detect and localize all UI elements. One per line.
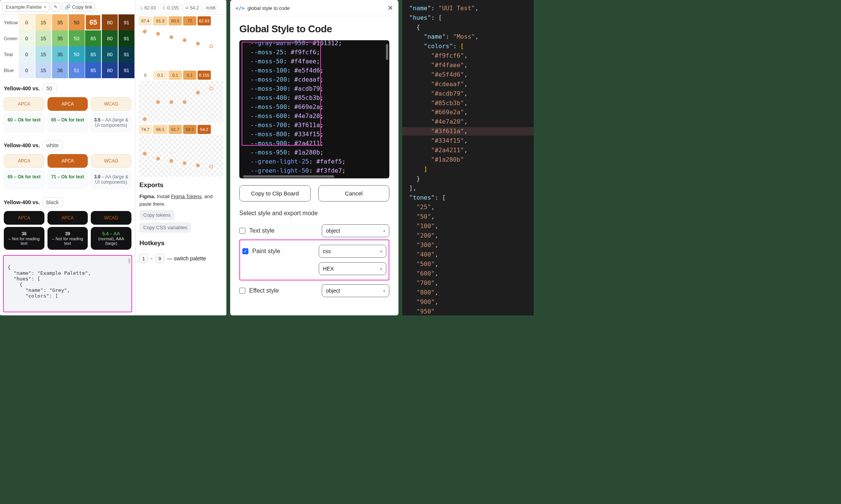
css-output[interactable]: --gray-warm-950: #101312; --moss-25: #f9… <box>239 40 389 178</box>
compare-against: 50 <box>42 83 57 93</box>
vscroll-thumb[interactable] <box>386 44 388 60</box>
cancel-button[interactable]: Cancel <box>318 185 390 202</box>
css-line: --moss-400: #85cb3b; <box>243 93 386 102</box>
css-line: --moss-300: #acdb79; <box>243 84 386 93</box>
contrast-block: Yellow-400 vs. blackAPCAAPCAWCAG36 – Not… <box>0 192 135 253</box>
swatch-cell[interactable]: 50 <box>69 14 85 30</box>
swatch-row: Yellow0153550658091 <box>0 14 135 30</box>
text-style-label: Text style <box>249 227 275 234</box>
chevron-down-icon: ▾ <box>44 5 46 9</box>
swatch-cell[interactable]: 35 <box>52 46 68 62</box>
swatch-cell[interactable]: 91 <box>119 46 134 62</box>
metric-tab[interactable]: APCA <box>4 211 44 225</box>
paint-style-color-select[interactable]: HEX▾ <box>319 262 386 275</box>
chart-value-strip: 74.766.161.758.254.2 <box>136 123 226 134</box>
swatch-cell[interactable]: 50 <box>69 46 85 62</box>
metric-tab[interactable]: APCA <box>47 97 88 111</box>
swatch-cell[interactable]: 0 <box>19 62 35 78</box>
swatch-table: Yellow0153550658091Green0153550658091Tea… <box>0 14 135 78</box>
swatch-cell[interactable]: 65 <box>85 62 101 78</box>
metric-tab[interactable]: APCA <box>4 154 44 168</box>
paint-style-checkbox[interactable]: ✓ <box>242 248 248 254</box>
hue-label: Green <box>0 30 19 46</box>
swatch-cell[interactable]: 91 <box>119 62 134 78</box>
json-preview[interactable]: { "name": "Example Palette", "hues": [ {… <box>3 255 132 312</box>
swatch-cell[interactable]: 51 <box>69 62 85 78</box>
css-line: --moss-50: #f4faee; <box>243 57 386 66</box>
effect-style-row: Effect style object▾ <box>239 282 389 299</box>
copy-tokens-button[interactable]: Copy tokens <box>139 210 174 220</box>
palette-app: Example Palette ▾ ✎ 🔗 Copy link Yellow01… <box>0 0 226 315</box>
contrast-block: Yellow-400 vs. 50APCAAPCAWCAG60 – Ok for… <box>0 78 135 135</box>
paint-style-row: ✓ Paint style css▾ <box>242 243 386 260</box>
chart-canvas <box>139 27 223 68</box>
palette-selector[interactable]: Example Palette ▾ <box>2 2 49 12</box>
dialog-breadcrumb: global style to code <box>247 5 289 11</box>
swatch-cell[interactable]: 91 <box>119 30 134 46</box>
css-line: --moss-500: #669e2a; <box>243 102 386 112</box>
swatch-cell[interactable]: 65 <box>85 30 101 46</box>
text-style-mode-select[interactable]: object▾ <box>322 224 389 237</box>
chart-strip-cell: 72 <box>183 16 196 25</box>
effect-style-mode-select[interactable]: object▾ <box>322 284 389 297</box>
css-line: --gray-warm-950: #101312; <box>243 40 386 48</box>
metric-tab[interactable]: WCAG <box>91 154 131 168</box>
hscroll-thumb[interactable] <box>243 175 334 178</box>
swatch-cell[interactable]: 15 <box>35 14 51 30</box>
copy-clipboard-button[interactable]: Copy to Clip Board <box>239 185 311 202</box>
exports-title: Exports <box>139 181 223 189</box>
swatch-cell[interactable]: 15 <box>35 46 51 62</box>
swatch-cell[interactable]: 80 <box>102 30 118 46</box>
swatch-cell[interactable]: 35 <box>52 30 68 46</box>
swatch-cell[interactable]: 36 <box>52 62 68 78</box>
chart-strip-cell: 0.1 <box>153 71 168 80</box>
compare-against: white <box>42 140 63 150</box>
swatch-cell[interactable]: 50 <box>69 30 85 46</box>
paint-style-mode-select[interactable]: css▾ <box>319 245 386 258</box>
code-editor[interactable]: "name": "UUI Test", "hues": [ { "name": … <box>402 0 534 315</box>
swatch-cell[interactable]: 15 <box>35 62 51 78</box>
effect-style-checkbox[interactable] <box>239 288 245 294</box>
metric-tab[interactable]: WCAG <box>91 97 131 111</box>
chart-strip-cell: 80.6 <box>169 16 182 25</box>
swatch-cell[interactable]: 91 <box>119 14 134 30</box>
figma-tokens-link[interactable]: Figma Tokens <box>171 194 202 199</box>
swatch-cell[interactable]: 0 <box>19 30 35 46</box>
metric-tab[interactable]: WCAG <box>91 211 131 225</box>
css-line: --moss-900: #2a4211; <box>243 139 386 148</box>
pencil-icon: ✎ <box>54 4 58 10</box>
chart-value-strip: 00.10.10.10.155 <box>136 69 226 80</box>
scrollbar-thumb[interactable] <box>128 258 130 263</box>
swatch-cell[interactable]: 65 <box>85 46 101 62</box>
metric-tab[interactable]: APCA <box>47 154 88 168</box>
edit-button[interactable]: ✎ <box>51 3 60 11</box>
chart-strip-cell: 0.1 <box>169 71 182 80</box>
copy-css-button[interactable]: Copy CSS variables <box>139 222 191 233</box>
select-mode-label: Select style and export mode <box>239 208 389 222</box>
chart-canvas <box>139 135 223 177</box>
swatch-cell[interactable]: 0 <box>19 46 35 62</box>
metric-tab[interactable]: APCA <box>47 211 88 225</box>
text-style-checkbox[interactable] <box>239 228 245 234</box>
close-icon[interactable]: ✕ <box>387 4 393 12</box>
swatch-cell[interactable]: 80 <box>102 46 118 62</box>
editor-content: "name": "UUI Test", "hues": [ { "name": … <box>409 4 532 315</box>
swatch-cell[interactable]: 35 <box>52 14 68 30</box>
copy-link-button[interactable]: 🔗 Copy link <box>62 3 95 11</box>
css-line: --moss-600: #4e7a20; <box>243 112 386 121</box>
chart-strip-cell: 66.1 <box>153 125 168 134</box>
css-line: --moss-200: #cdeaaf; <box>243 75 386 84</box>
metric-value: 39 – Not for reading text <box>47 227 88 250</box>
metric-tab[interactable]: APCA <box>4 97 44 111</box>
swatch-cell[interactable]: 0 <box>19 14 35 30</box>
swatch-cell[interactable]: 80 <box>102 62 118 78</box>
swatch-cell[interactable]: 65 <box>85 14 101 30</box>
lch-readout: L62.03 C0.155 H54.2 #cb6 <box>136 2 226 15</box>
dialog-title: Global Style to Code <box>239 23 389 35</box>
swatch-cell[interactable]: 80 <box>102 14 118 30</box>
json-preview-text: { "name": "Example Palette", "hues": [ {… <box>8 265 91 299</box>
text-style-row: Text style object▾ <box>239 222 389 239</box>
hue-label: Yellow <box>0 14 19 30</box>
css-line: --green-light-25: #fafef5; <box>243 157 386 166</box>
swatch-cell[interactable]: 15 <box>35 30 51 46</box>
